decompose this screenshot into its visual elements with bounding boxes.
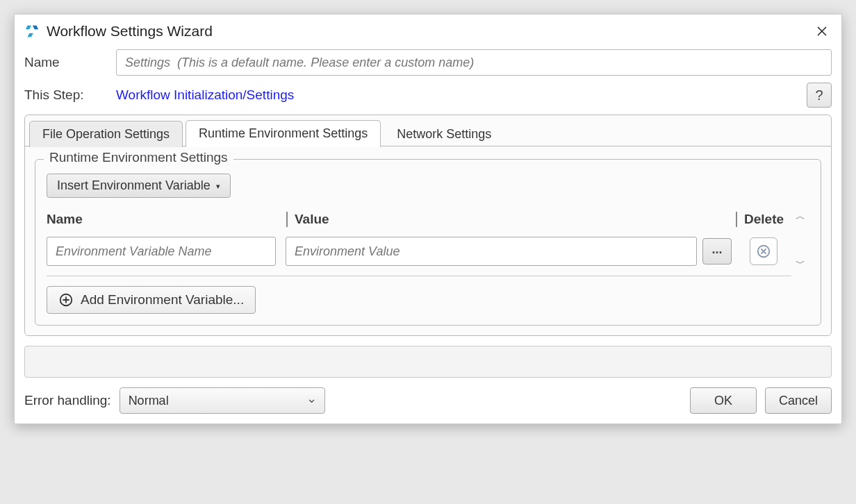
plus-circle-icon xyxy=(58,292,74,308)
error-handling-label: Error handling: xyxy=(24,393,111,408)
delete-circle-x-icon xyxy=(756,244,771,259)
name-input[interactable] xyxy=(116,49,832,76)
tab-content-runtime: Runtime Environment Settings Insert Envi… xyxy=(25,146,831,335)
header-delete: Delete xyxy=(736,212,791,227)
runtime-fieldset: Runtime Environment Settings Insert Envi… xyxy=(35,159,821,326)
tab-network-settings[interactable]: Network Settings xyxy=(384,121,504,147)
help-icon: ? xyxy=(815,87,823,103)
env-var-value-browse-button[interactable]: ... xyxy=(702,238,732,264)
tab-runtime-environment-settings[interactable]: Runtime Environment Settings xyxy=(186,120,381,147)
help-button[interactable]: ? xyxy=(807,83,832,108)
close-icon xyxy=(816,25,828,37)
header-value: Value xyxy=(286,212,736,227)
add-env-var-label: Add Environment Variable... xyxy=(81,292,244,308)
insert-env-var-label: Insert Environment Variable xyxy=(57,178,211,193)
dropdown-indicator-icon: ▾ xyxy=(216,182,220,191)
error-handling-select[interactable]: Normal xyxy=(120,387,325,414)
name-label: Name xyxy=(24,55,108,70)
dialog-title: Workflow Settings Wizard xyxy=(47,23,213,40)
close-button[interactable] xyxy=(812,22,832,41)
step-link[interactable]: Workflow Initialization/Settings xyxy=(116,87,294,103)
runtime-legend: Runtime Environment Settings xyxy=(44,150,233,165)
step-label: This Step: xyxy=(24,87,108,103)
insert-env-var-button[interactable]: Insert Environment Variable ▾ xyxy=(47,174,231,198)
header-name: Name xyxy=(47,212,286,227)
env-var-scrollbar[interactable]: ︿ ﹀ xyxy=(791,209,809,271)
add-env-var-button[interactable]: Add Environment Variable... xyxy=(47,286,256,314)
env-var-name-input[interactable] xyxy=(47,237,276,266)
lower-panel xyxy=(24,346,832,378)
tabs-area: File Operation Settings Runtime Environm… xyxy=(24,115,832,336)
env-var-value-input[interactable] xyxy=(286,237,697,266)
titlebar: Workflow Settings Wizard xyxy=(15,15,841,47)
app-icon xyxy=(24,24,40,39)
workflow-settings-dialog: Workflow Settings Wizard Name This Step:… xyxy=(14,14,842,424)
cancel-button[interactable]: Cancel xyxy=(765,387,832,414)
tab-row: File Operation Settings Runtime Environm… xyxy=(25,115,831,146)
dialog-footer: Error handling: Normal OK Cancel xyxy=(15,387,841,423)
tab-file-operation-settings[interactable]: File Operation Settings xyxy=(29,121,183,147)
env-var-header: Name Value Delete xyxy=(47,209,791,233)
env-var-delete-button[interactable] xyxy=(750,237,777,265)
env-var-row: ... xyxy=(47,233,791,276)
scroll-down-icon[interactable]: ﹀ xyxy=(796,258,805,270)
ok-button[interactable]: OK xyxy=(690,387,757,414)
scroll-up-icon[interactable]: ︿ xyxy=(796,210,805,223)
